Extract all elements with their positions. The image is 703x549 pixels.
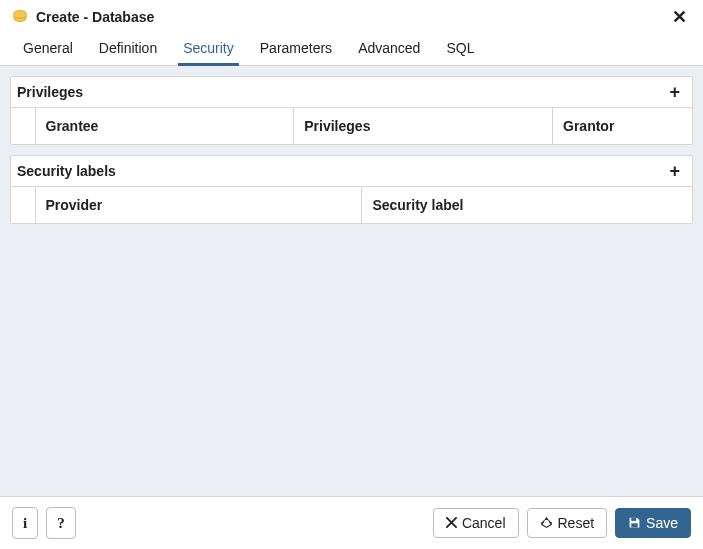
save-button[interactable]: Save (615, 508, 691, 539)
tab-general[interactable]: General (10, 32, 86, 65)
titlebar: Create - Database ✕ (0, 0, 703, 32)
security-labels-actions-col (11, 187, 35, 224)
reset-button[interactable]: Reset (527, 508, 608, 539)
privileges-table: Grantee Privileges Grantor (11, 107, 692, 144)
tab-parameters[interactable]: Parameters (247, 32, 345, 65)
add-privilege-button[interactable]: + (665, 83, 684, 101)
privileges-section: Privileges + Grantee Privileges Grantor (10, 76, 693, 145)
save-icon (628, 516, 641, 529)
dialog-footer: i ? Cancel Reset Save (0, 496, 703, 549)
security-labels-col-label: Security label (362, 187, 692, 224)
save-label: Save (646, 515, 678, 532)
cancel-button[interactable]: Cancel (433, 508, 519, 539)
security-labels-section: Security labels + Provider Security labe… (10, 155, 693, 224)
svg-rect-1 (631, 518, 636, 521)
plus-icon: + (669, 82, 680, 102)
add-security-label-button[interactable]: + (665, 162, 684, 180)
reset-label: Reset (558, 515, 595, 532)
help-button[interactable]: ? (46, 507, 76, 539)
security-labels-title: Security labels (17, 163, 665, 179)
close-icon[interactable]: ✕ (668, 8, 691, 26)
security-labels-col-provider: Provider (35, 187, 362, 224)
close-icon (446, 517, 457, 528)
svg-rect-2 (631, 524, 638, 528)
dialog-title: Create - Database (36, 9, 660, 25)
cancel-label: Cancel (462, 515, 506, 532)
tab-security[interactable]: Security (170, 32, 247, 65)
help-icon: ? (57, 514, 65, 532)
tab-advanced[interactable]: Advanced (345, 32, 433, 65)
security-labels-header: Security labels + (11, 156, 692, 186)
tab-definition[interactable]: Definition (86, 32, 170, 65)
security-labels-table: Provider Security label (11, 186, 692, 223)
database-icon (12, 9, 28, 25)
plus-icon: + (669, 161, 680, 181)
tab-sql[interactable]: SQL (433, 32, 487, 65)
privileges-header: Privileges + (11, 77, 692, 107)
tab-bar: General Definition Security Parameters A… (0, 32, 703, 66)
tab-content: Privileges + Grantee Privileges Grantor … (0, 66, 703, 496)
info-icon: i (23, 514, 27, 532)
privileges-col-grantee: Grantee (35, 108, 294, 145)
info-button[interactable]: i (12, 507, 38, 539)
privileges-col-grantor: Grantor (553, 108, 692, 145)
privileges-col-privileges: Privileges (294, 108, 553, 145)
privileges-title: Privileges (17, 84, 665, 100)
recycle-icon (540, 516, 553, 529)
privileges-actions-col (11, 108, 35, 145)
